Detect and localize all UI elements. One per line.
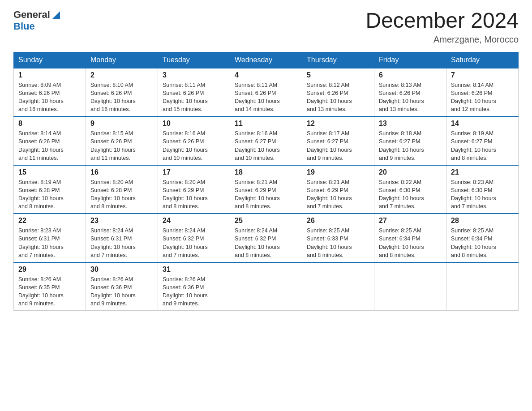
calendar-cell: 9Sunrise: 8:15 AMSunset: 6:26 PMDaylight… [86, 116, 158, 165]
calendar-cell: 13Sunrise: 8:18 AMSunset: 6:27 PMDayligh… [374, 116, 446, 165]
day-number: 19 [307, 168, 369, 176]
day-number: 23 [90, 217, 153, 225]
day-info: Sunrise: 8:25 AMSunset: 6:34 PMDaylight:… [379, 227, 442, 259]
day-number: 1 [18, 71, 81, 79]
day-info: Sunrise: 8:18 AMSunset: 6:27 PMDaylight:… [379, 129, 442, 162]
day-number: 21 [451, 168, 514, 176]
calendar-cell: 10Sunrise: 8:16 AMSunset: 6:26 PMDayligh… [158, 116, 230, 165]
day-number: 22 [18, 217, 81, 225]
title-section: December 2024 Amerzgane, Morocco [365, 9, 519, 45]
day-number: 30 [90, 265, 153, 274]
calendar-cell: 11Sunrise: 8:16 AMSunset: 6:27 PMDayligh… [230, 116, 302, 165]
calendar-cell [230, 262, 302, 311]
week-row: 22Sunrise: 8:23 AMSunset: 6:31 PMDayligh… [14, 214, 519, 262]
day-number: 17 [163, 168, 225, 176]
calendar-cell: 6Sunrise: 8:13 AMSunset: 6:26 PMDaylight… [374, 68, 446, 117]
day-info: Sunrise: 8:20 AMSunset: 6:28 PMDaylight:… [90, 178, 153, 211]
day-info: Sunrise: 8:24 AMSunset: 6:32 PMDaylight:… [163, 227, 225, 259]
day-info: Sunrise: 8:11 AMSunset: 6:26 PMDaylight:… [235, 81, 297, 114]
weekday-header: Saturday [446, 52, 519, 68]
location-text: Amerzgane, Morocco [365, 34, 519, 45]
day-number: 8 [18, 120, 81, 128]
calendar-cell: 3Sunrise: 8:11 AMSunset: 6:26 PMDaylight… [158, 68, 230, 117]
calendar-cell: 22Sunrise: 8:23 AMSunset: 6:31 PMDayligh… [14, 214, 86, 262]
calendar-cell: 7Sunrise: 8:14 AMSunset: 6:26 PMDaylight… [446, 68, 519, 117]
day-info: Sunrise: 8:25 AMSunset: 6:33 PMDaylight:… [307, 227, 369, 259]
day-info: Sunrise: 8:11 AMSunset: 6:26 PMDaylight:… [163, 81, 225, 114]
month-title: December 2024 [365, 9, 519, 33]
day-info: Sunrise: 8:21 AMSunset: 6:29 PMDaylight:… [235, 178, 297, 211]
day-info: Sunrise: 8:12 AMSunset: 6:26 PMDaylight:… [307, 81, 369, 114]
day-info: Sunrise: 8:22 AMSunset: 6:30 PMDaylight:… [379, 178, 442, 211]
calendar-cell: 16Sunrise: 8:20 AMSunset: 6:28 PMDayligh… [86, 165, 158, 214]
day-number: 18 [235, 168, 297, 176]
day-info: Sunrise: 8:20 AMSunset: 6:29 PMDaylight:… [163, 178, 225, 211]
weekday-header: Sunday [14, 52, 86, 68]
logo-triangle-icon [51, 10, 61, 20]
page-header: General Blue December 2024 Amerzgane, Mo… [13, 9, 519, 45]
calendar-cell: 4Sunrise: 8:11 AMSunset: 6:26 PMDaylight… [230, 68, 302, 117]
day-number: 20 [379, 168, 442, 176]
day-info: Sunrise: 8:24 AMSunset: 6:31 PMDaylight:… [90, 227, 153, 259]
day-number: 4 [235, 71, 297, 79]
calendar-cell: 25Sunrise: 8:24 AMSunset: 6:32 PMDayligh… [230, 214, 302, 262]
day-info: Sunrise: 8:26 AMSunset: 6:36 PMDaylight:… [163, 275, 225, 308]
day-info: Sunrise: 8:09 AMSunset: 6:26 PMDaylight:… [18, 81, 81, 114]
calendar-cell [446, 262, 519, 311]
calendar-cell: 30Sunrise: 8:26 AMSunset: 6:36 PMDayligh… [86, 262, 158, 311]
day-number: 10 [163, 120, 225, 128]
calendar-cell: 24Sunrise: 8:24 AMSunset: 6:32 PMDayligh… [158, 214, 230, 262]
day-info: Sunrise: 8:15 AMSunset: 6:26 PMDaylight:… [90, 129, 153, 162]
day-number: 2 [90, 71, 153, 79]
day-number: 28 [451, 217, 514, 225]
svg-marker-0 [52, 11, 60, 19]
calendar-cell: 28Sunrise: 8:25 AMSunset: 6:34 PMDayligh… [446, 214, 519, 262]
day-number: 11 [235, 120, 297, 128]
calendar-cell: 20Sunrise: 8:22 AMSunset: 6:30 PMDayligh… [374, 165, 446, 214]
day-number: 16 [90, 168, 153, 176]
calendar-cell: 15Sunrise: 8:19 AMSunset: 6:28 PMDayligh… [14, 165, 86, 214]
calendar-cell: 18Sunrise: 8:21 AMSunset: 6:29 PMDayligh… [230, 165, 302, 214]
calendar-cell: 21Sunrise: 8:23 AMSunset: 6:30 PMDayligh… [446, 165, 519, 214]
day-number: 26 [307, 217, 369, 225]
day-info: Sunrise: 8:16 AMSunset: 6:26 PMDaylight:… [163, 129, 225, 162]
day-number: 24 [163, 217, 225, 225]
week-row: 8Sunrise: 8:14 AMSunset: 6:26 PMDaylight… [14, 116, 519, 165]
day-number: 25 [235, 217, 297, 225]
calendar-cell: 26Sunrise: 8:25 AMSunset: 6:33 PMDayligh… [302, 214, 374, 262]
calendar-cell: 29Sunrise: 8:26 AMSunset: 6:35 PMDayligh… [14, 262, 86, 311]
day-number: 27 [379, 217, 442, 225]
day-info: Sunrise: 8:23 AMSunset: 6:31 PMDaylight:… [18, 227, 81, 259]
day-info: Sunrise: 8:10 AMSunset: 6:26 PMDaylight:… [90, 81, 153, 114]
calendar-cell: 5Sunrise: 8:12 AMSunset: 6:26 PMDaylight… [302, 68, 374, 117]
day-info: Sunrise: 8:25 AMSunset: 6:34 PMDaylight:… [451, 227, 514, 259]
day-info: Sunrise: 8:13 AMSunset: 6:26 PMDaylight:… [379, 81, 442, 114]
calendar-cell: 31Sunrise: 8:26 AMSunset: 6:36 PMDayligh… [158, 262, 230, 311]
logo-general-text: General [13, 9, 50, 21]
day-info: Sunrise: 8:26 AMSunset: 6:36 PMDaylight:… [90, 275, 153, 308]
day-number: 13 [379, 120, 442, 128]
weekday-header: Monday [86, 52, 158, 68]
day-info: Sunrise: 8:23 AMSunset: 6:30 PMDaylight:… [451, 178, 514, 211]
calendar-cell: 14Sunrise: 8:19 AMSunset: 6:27 PMDayligh… [446, 116, 519, 165]
day-number: 15 [18, 168, 81, 176]
calendar-cell: 1Sunrise: 8:09 AMSunset: 6:26 PMDaylight… [14, 68, 86, 117]
calendar-cell: 12Sunrise: 8:17 AMSunset: 6:27 PMDayligh… [302, 116, 374, 165]
weekday-header: Friday [374, 52, 446, 68]
day-number: 6 [379, 71, 442, 79]
calendar-cell [302, 262, 374, 311]
day-info: Sunrise: 8:14 AMSunset: 6:26 PMDaylight:… [451, 81, 514, 114]
day-number: 7 [451, 71, 514, 79]
day-info: Sunrise: 8:16 AMSunset: 6:27 PMDaylight:… [235, 129, 297, 162]
day-info: Sunrise: 8:21 AMSunset: 6:29 PMDaylight:… [307, 178, 369, 211]
week-row: 1Sunrise: 8:09 AMSunset: 6:26 PMDaylight… [14, 68, 519, 117]
calendar-cell: 2Sunrise: 8:10 AMSunset: 6:26 PMDaylight… [86, 68, 158, 117]
day-info: Sunrise: 8:14 AMSunset: 6:26 PMDaylight:… [18, 129, 81, 162]
calendar-table: SundayMondayTuesdayWednesdayThursdayFrid… [13, 52, 519, 311]
calendar-cell: 19Sunrise: 8:21 AMSunset: 6:29 PMDayligh… [302, 165, 374, 214]
logo: General Blue [13, 9, 61, 32]
calendar-cell: 17Sunrise: 8:20 AMSunset: 6:29 PMDayligh… [158, 165, 230, 214]
weekday-header: Wednesday [230, 52, 302, 68]
day-info: Sunrise: 8:17 AMSunset: 6:27 PMDaylight:… [307, 129, 369, 162]
calendar-cell: 27Sunrise: 8:25 AMSunset: 6:34 PMDayligh… [374, 214, 446, 262]
